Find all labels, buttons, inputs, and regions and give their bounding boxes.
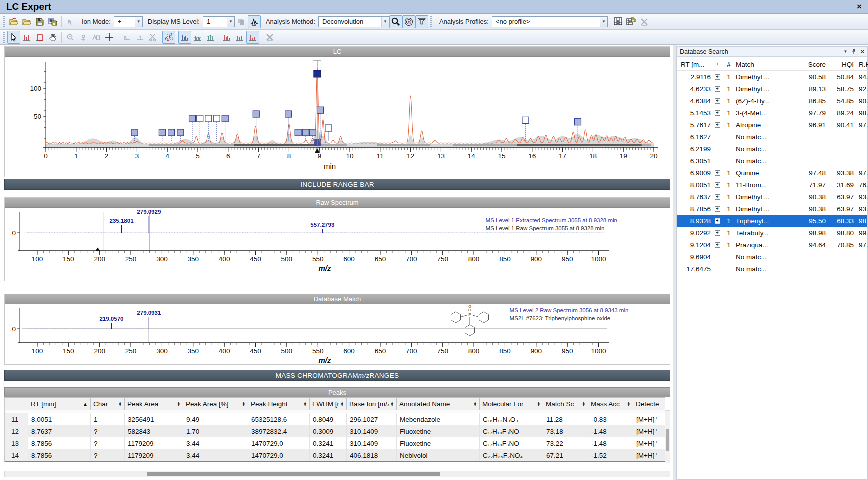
red-trace-c-button[interactable] bbox=[246, 31, 259, 44]
db-search-row-4.6384[interactable]: 4.6384+1(6Z)-4-Hy...86.8554.8590. bbox=[677, 95, 867, 107]
peaks-column-header-6[interactable]: FWHM [n▲▼ bbox=[310, 398, 347, 410]
peak-region-button[interactable] bbox=[33, 31, 46, 44]
db-search-column-header-expand[interactable]: + bbox=[712, 62, 723, 68]
db-search-row-6.3051[interactable]: 6.3051No matc... bbox=[677, 155, 867, 167]
db-search-column-header-Match[interactable]: Match bbox=[735, 61, 796, 68]
open-folder-button[interactable] bbox=[20, 16, 33, 28]
toolbar-grip[interactable] bbox=[430, 16, 432, 28]
peaks-column-header-1[interactable]: RT [min]▲ bbox=[28, 398, 91, 410]
analysis-profiles-dropdown[interactable]: <no profile> ▼ bbox=[492, 16, 608, 28]
db-search-row-2.9116[interactable]: 2.9116+1Dimethyl ...90.5850.8494. bbox=[677, 71, 867, 83]
database-match-header[interactable]: Database Match bbox=[5, 294, 670, 304]
expand-row-icon[interactable]: + bbox=[715, 86, 720, 92]
filter-button[interactable] bbox=[415, 16, 428, 28]
red-trace-a-button[interactable] bbox=[220, 31, 233, 44]
db-search-row-8.9328[interactable]: 8.9328+1Triphenyl...95.5068.3398. bbox=[677, 215, 867, 227]
centroid-spectrum-button[interactable] bbox=[204, 31, 217, 44]
expand-all-icon[interactable]: + bbox=[715, 62, 720, 68]
profile-spectrum-button[interactable] bbox=[191, 31, 204, 44]
peak-integrate-button[interactable] bbox=[20, 31, 33, 44]
chromatogram-view-button[interactable] bbox=[248, 16, 261, 28]
db-search-row-9.6904[interactable]: 9.6904No matc... bbox=[677, 251, 867, 263]
chevron-down-icon[interactable]: ▼ bbox=[843, 50, 847, 54]
peaks-column-header-4[interactable]: Peak Area [%]▲▼ bbox=[183, 398, 248, 410]
db-search-column-header-R.H[interactable]: R.H bbox=[855, 61, 868, 68]
apply-button-disabled[interactable] bbox=[64, 16, 77, 28]
expand-row-icon[interactable]: + bbox=[715, 194, 720, 200]
peaks-table-row-11[interactable]: 118.0051132564919.4965325128.60.8049296.… bbox=[5, 414, 665, 426]
raw-spectrum-header[interactable]: Raw Spectrum bbox=[5, 198, 670, 208]
db-search-row-6.9009[interactable]: 6.9009+1Quinine97.4893.3897. bbox=[677, 167, 867, 179]
include-range-bar[interactable]: INCLUDE RANGE BAR bbox=[4, 179, 670, 190]
peaks-column-header-11[interactable]: Mass Acc▲▼ bbox=[588, 398, 633, 410]
delete-trace-button-disabled[interactable] bbox=[263, 31, 276, 44]
peaks-hscroll-thumb[interactable] bbox=[147, 472, 440, 476]
lc-chromatogram-chart[interactable]: 5010001234567891011121314151617181920min bbox=[5, 57, 670, 177]
db-search-row-8.7637[interactable]: 8.7637+1Dimethyl ...90.3863.9793. bbox=[677, 191, 867, 203]
stick-spectrum-button[interactable] bbox=[178, 31, 191, 44]
results-table-button[interactable] bbox=[612, 16, 625, 28]
expand-row-icon[interactable]: + bbox=[715, 74, 720, 80]
pan-button[interactable] bbox=[46, 31, 59, 44]
db-search-column-header-HQI[interactable]: HQI bbox=[827, 61, 855, 68]
peak-annotate-button-disabled[interactable] bbox=[90, 31, 103, 44]
db-search-row-8.0051[interactable]: 8.0051+111-Brom...71.9731.6976. bbox=[677, 179, 867, 191]
overlay-spectra-button[interactable] bbox=[162, 31, 175, 44]
peaks-vscroll-thumb[interactable] bbox=[666, 429, 669, 451]
panel-splitter[interactable] bbox=[673, 45, 676, 480]
peaks-table-row-12[interactable]: 128.7637?5828431.7038972832.40.3009310.1… bbox=[5, 426, 665, 438]
select-cursor-button[interactable] bbox=[7, 31, 20, 44]
peaks-column-header-12[interactable]: Detecte▲▼ bbox=[633, 398, 665, 410]
red-trace-b-button[interactable] bbox=[233, 31, 246, 44]
database-match-chart[interactable]: 219.0570279.0931010015020025030035040045… bbox=[5, 304, 670, 364]
clear-results-button-disabled[interactable] bbox=[638, 16, 651, 28]
peaks-panel-header[interactable]: Peaks bbox=[4, 388, 670, 398]
ion-mode-dropdown[interactable]: + ▼ bbox=[114, 16, 143, 28]
db-search-column-header-#[interactable]: # bbox=[723, 61, 735, 68]
expand-row-icon[interactable]: + bbox=[715, 218, 720, 224]
pin-icon[interactable] bbox=[851, 49, 856, 55]
db-search-row-5.1453[interactable]: 5.1453+13-(4-Met...97.7989.2498. bbox=[677, 107, 867, 119]
baseline-end-button-disabled[interactable] bbox=[133, 31, 146, 44]
db-search-column-header-RT [m...[interactable]: RT [m... bbox=[677, 61, 712, 68]
database-search-titlebar[interactable]: Database Search ▼ × bbox=[677, 47, 867, 57]
peaks-vertical-scrollbar[interactable] bbox=[665, 410, 670, 464]
export-table-button[interactable] bbox=[625, 16, 638, 28]
db-search-row-9.1204[interactable]: 9.1204+1Praziqua...94.6470.8597. bbox=[677, 239, 867, 251]
mass-chromatogram-bar[interactable]: MASS CHROMATOGRAM m/z RANGES bbox=[4, 370, 670, 381]
peaks-column-header-10[interactable]: Match Sc▲▼ bbox=[543, 398, 588, 410]
expand-row-icon[interactable]: + bbox=[715, 182, 720, 188]
db-search-row-6.1627[interactable]: 6.1627No matc... bbox=[677, 131, 867, 143]
baseline-start-button-disabled[interactable] bbox=[120, 31, 133, 44]
db-search-column-header-Score[interactable]: Score bbox=[796, 61, 827, 68]
peaks-column-header-3[interactable]: Peak Area▲▼ bbox=[125, 398, 183, 410]
peaks-column-header-0[interactable] bbox=[5, 398, 28, 410]
expand-row-icon[interactable]: + bbox=[715, 230, 720, 236]
expand-row-icon[interactable]: + bbox=[715, 98, 720, 104]
db-search-row-9.0292[interactable]: 9.0292+1Tetrabuty...98.9898.8099. bbox=[677, 227, 867, 239]
crosshair-button[interactable] bbox=[103, 31, 116, 44]
peaks-table-row-14[interactable]: 148.7856?11792093.441470729.00.3241406.1… bbox=[5, 450, 665, 462]
expand-row-icon[interactable]: + bbox=[715, 170, 720, 176]
db-search-row-5.7617[interactable]: 5.7617+1Atropine96.9190.4197. bbox=[677, 119, 867, 131]
cut-button-disabled[interactable] bbox=[146, 31, 159, 44]
peaks-table-row-13[interactable]: 138.7856?11792093.441470729.00.3241310.1… bbox=[5, 438, 665, 450]
peaks-column-header-7[interactable]: Base Ion [m/z]▲▼ bbox=[347, 398, 397, 410]
close-panel-icon[interactable]: × bbox=[860, 48, 864, 56]
expand-row-icon[interactable]: + bbox=[715, 110, 720, 116]
peaks-column-header-5[interactable]: Peak Height▲▼ bbox=[248, 398, 310, 410]
db-search-row-17.6475[interactable]: 17.6475No matc... bbox=[677, 263, 867, 275]
peaks-horizontal-scrollbar[interactable] bbox=[4, 471, 670, 478]
expand-row-icon[interactable]: + bbox=[715, 206, 720, 212]
save-button[interactable] bbox=[33, 16, 46, 28]
db-search-row-6.2199[interactable]: 6.2199No matc... bbox=[677, 143, 867, 155]
copy-button-disabled[interactable] bbox=[235, 16, 248, 28]
db-search-row-8.7856[interactable]: 8.7856+1Dimethyl ...90.3863.9793. bbox=[677, 203, 867, 215]
peaks-column-header-2[interactable]: Char▲▼ bbox=[91, 398, 125, 410]
peaks-column-header-8[interactable]: Annotated Name▲▼ bbox=[397, 398, 480, 410]
close-icon[interactable]: × bbox=[857, 2, 862, 11]
raw-spectrum-chart[interactable]: 235.1801279.0929557.27930100150200250300… bbox=[5, 208, 670, 281]
db-search-row-4.6233[interactable]: 4.6233+1Dimethyl ...89.1358.7592. bbox=[677, 83, 867, 95]
lc-panel-header[interactable]: LC bbox=[5, 47, 670, 57]
expand-row-icon[interactable]: + bbox=[715, 242, 720, 248]
